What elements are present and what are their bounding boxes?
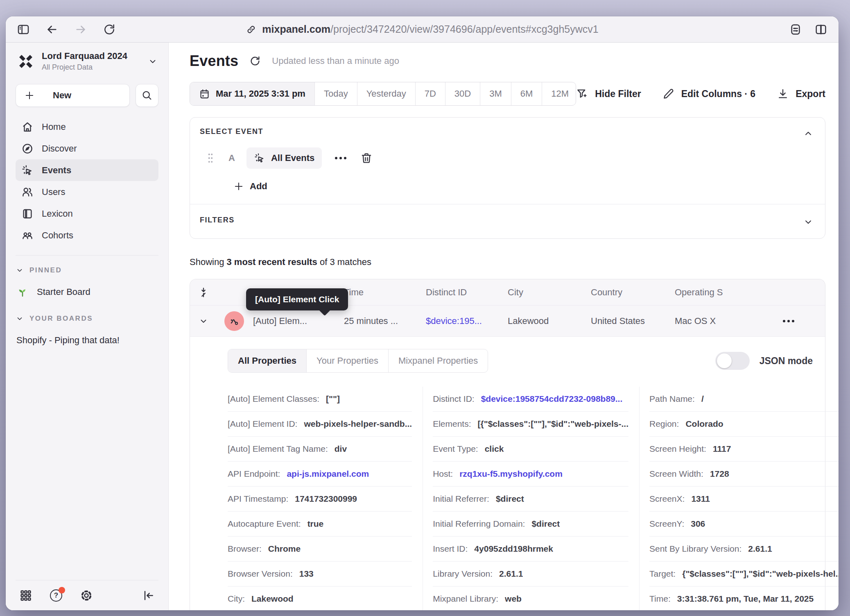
date-picker[interactable]: Mar 11, 2025 3:31 pm <box>190 82 315 105</box>
plus-icon <box>24 90 35 101</box>
your-boards-header[interactable]: YOUR BOARDS <box>16 315 158 323</box>
page-title: Events <box>190 52 238 70</box>
tab-your-properties[interactable]: Your Properties <box>307 349 389 372</box>
trash-icon[interactable] <box>360 152 373 164</box>
date-preset[interactable]: Today <box>315 82 357 105</box>
property-value: $device:1958754cdd7232-098b89... <box>481 394 623 404</box>
page-settings-icon[interactable] <box>789 23 803 36</box>
export-button[interactable]: Export <box>777 88 825 100</box>
chevron-down-icon[interactable] <box>803 217 814 227</box>
table-header-city[interactable]: City <box>508 287 591 298</box>
property-value: 3:31:38.761 pm, Tue, Mar 11, 2025 <box>677 594 814 604</box>
split-view-icon[interactable] <box>814 23 828 36</box>
row-more-icon[interactable] <box>783 320 794 322</box>
date-preset[interactable]: 12M <box>542 82 576 105</box>
project-selector[interactable]: Lord Farquaad 2024 All Project Data <box>16 48 158 74</box>
sidebar-item-starter-board[interactable]: Starter Board <box>16 286 158 298</box>
date-preset[interactable]: 3M <box>480 82 511 105</box>
table-header-distinct-id[interactable]: Distinct ID <box>426 287 508 298</box>
results-summary: Showing 3 most recent results of 3 match… <box>190 257 825 267</box>
date-preset[interactable]: Yesterday <box>357 82 416 105</box>
reload-icon[interactable] <box>102 23 116 36</box>
collapse-sidebar-icon[interactable] <box>141 589 155 602</box>
search-button[interactable] <box>136 84 158 107</box>
refresh-icon[interactable] <box>249 55 261 67</box>
cell-event-name: [Auto] Elem... <box>253 316 307 326</box>
forward-icon[interactable] <box>74 23 88 36</box>
property-value: rzq1xu-f5.myshopify.com <box>459 469 563 479</box>
url-text: mixpanel.com/project/3472420/view/397469… <box>262 23 598 35</box>
cohorts-icon <box>21 229 34 242</box>
sidebar-item-label: Home <box>42 122 66 132</box>
date-range-group: Mar 11, 2025 3:31 pm TodayYesterday7D30D… <box>190 82 576 106</box>
json-mode-toggle[interactable] <box>715 352 750 370</box>
sidebar-item-shopify-board[interactable]: Shopify - Piping that data! <box>16 335 158 346</box>
property-value: Colorado <box>685 419 723 429</box>
property-row: API Endpoint: api-js.mixpanel.com <box>228 462 412 487</box>
board-label: Shopify - Piping that data! <box>16 335 120 346</box>
property-label: Host: <box>433 469 453 479</box>
property-label: Browser: <box>228 544 262 554</box>
property-row: Mixpanel Library: web <box>433 587 628 610</box>
sidebar-item-label: Events <box>42 165 71 176</box>
tab-all-properties[interactable]: All Properties <box>228 349 307 372</box>
sidebar-item-lexicon[interactable]: Lexicon <box>16 203 158 224</box>
sidebar-nav: Home Discover Events Users Lexicon <box>16 116 158 246</box>
new-button[interactable]: New <box>16 84 130 107</box>
table-header-time[interactable]: Time <box>344 287 426 298</box>
event-chip[interactable]: All Events <box>246 147 322 169</box>
url-host: mixpanel.com <box>262 23 330 35</box>
address-bar[interactable]: mixpanel.com/project/3472420/view/397469… <box>246 16 598 42</box>
sidebar-item-label: Lexicon <box>42 208 73 219</box>
property-row: Elements: [{"$classes":[""],"$id":"web-p… <box>433 412 628 437</box>
property-label: [Auto] Element ID: <box>228 419 297 429</box>
gear-icon[interactable] <box>79 589 93 602</box>
property-value: api-js.mixpanel.com <box>287 469 369 479</box>
table-header-country[interactable]: Country <box>591 287 675 298</box>
date-preset[interactable]: 6M <box>511 82 543 105</box>
property-value: div <box>335 444 347 454</box>
sidebar-item-discover[interactable]: Discover <box>16 138 158 159</box>
property-value: 2.61.1 <box>499 569 523 579</box>
date-preset[interactable]: 30D <box>445 82 480 105</box>
mixpanel-logo <box>16 53 35 70</box>
tab-mixpanel-properties[interactable]: Mixpanel Properties <box>389 349 488 372</box>
property-value: true <box>307 519 324 529</box>
sidebar-item-home[interactable]: Home <box>16 116 158 138</box>
home-icon <box>21 121 34 133</box>
table-header-os[interactable]: Operating S <box>675 287 769 298</box>
sidebar-item-cohorts[interactable]: Cohorts <box>16 224 158 246</box>
property-value: {"$classes":[""],"$id":"web-pixels-hel..… <box>682 569 839 579</box>
property-label: [Auto] Element Classes: <box>228 394 319 404</box>
cursor-spark-icon <box>21 164 34 177</box>
event-details-panel: All Properties Your Properties Mixpanel … <box>190 337 825 610</box>
sidebar-toggle-icon[interactable] <box>16 23 30 36</box>
property-label: Screen Height: <box>649 444 706 454</box>
sidebar-item-events[interactable]: Events <box>16 159 158 181</box>
sidebar-footer <box>16 580 158 610</box>
property-row: [Auto] Element ID: web-pixels-helper-san… <box>228 412 412 437</box>
sidebar-item-label: Cohorts <box>42 230 73 241</box>
drag-handle-icon[interactable] <box>207 153 214 163</box>
pinned-header[interactable]: PINNED <box>16 266 158 274</box>
event-more-icon[interactable] <box>335 157 346 159</box>
sidebar-item-users[interactable]: Users <box>16 181 158 203</box>
cell-distinct-id[interactable]: $device:195... <box>426 316 508 326</box>
back-icon[interactable] <box>45 23 59 36</box>
chevron-up-icon[interactable] <box>803 128 814 139</box>
collapse-rows-icon[interactable] <box>190 287 217 298</box>
property-row: Screen Width: 1728 <box>649 462 839 487</box>
edit-columns-button[interactable]: Edit Columns · 6 <box>662 88 755 100</box>
toggle-knob <box>717 353 732 368</box>
cell-city: Lakewood <box>508 316 591 326</box>
main-content: Events Updated less than a minute ago Ma… <box>169 43 839 610</box>
query-builder-card: SELECT EVENT A All Events <box>190 117 825 239</box>
add-event-button[interactable]: Add <box>200 181 815 192</box>
property-row: Initial Referrer: $direct <box>433 487 628 512</box>
hide-filter-button[interactable]: Hide Filter <box>576 88 641 100</box>
help-icon[interactable] <box>49 589 63 602</box>
apps-grid-icon[interactable] <box>19 589 33 602</box>
date-preset[interactable]: 7D <box>416 82 445 105</box>
row-expander-icon[interactable] <box>190 316 217 326</box>
cell-time: 25 minutes ... <box>344 316 426 326</box>
